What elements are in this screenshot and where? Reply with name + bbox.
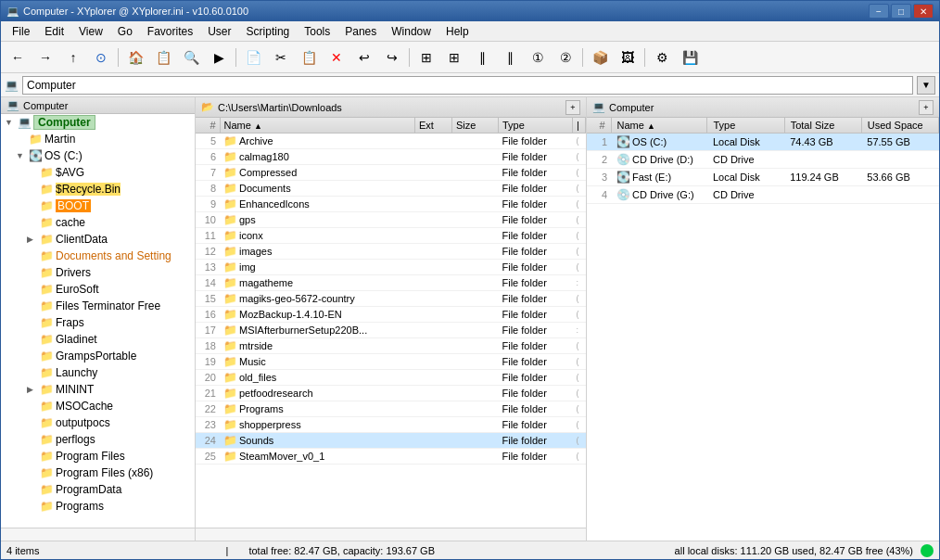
comp-col-name[interactable]: Name ▲ bbox=[611, 118, 707, 134]
play-button[interactable]: ▶ bbox=[206, 45, 232, 70]
file-row-5[interactable]: 10📁gpsFile folder( bbox=[196, 212, 586, 228]
tree-item-11[interactable]: 📁Files Terminator Free bbox=[1, 298, 195, 314]
file-row-1[interactable]: 6📁calmag180File folder( bbox=[196, 149, 586, 165]
cut-button[interactable]: ✂ bbox=[268, 45, 294, 70]
delete-button[interactable]: ✕ bbox=[324, 45, 349, 70]
tree-item-22[interactable]: 📁ProgramData bbox=[1, 481, 195, 498]
menu-item-edit[interactable]: Edit bbox=[37, 23, 71, 40]
file-row-19[interactable]: 24📁SoundsFile folder( bbox=[196, 433, 586, 449]
menu-item-help[interactable]: Help bbox=[438, 23, 476, 40]
file-row-18[interactable]: 23📁shopperpressFile folder( bbox=[196, 417, 586, 433]
pack-button[interactable]: 📦 bbox=[587, 45, 613, 70]
redo-button[interactable]: ↪ bbox=[379, 45, 405, 70]
tree-item-6[interactable]: 📁cache bbox=[1, 214, 195, 231]
view4-button[interactable]: ∥ bbox=[497, 45, 523, 70]
tree-item-17[interactable]: 📁MSOCache bbox=[1, 398, 195, 414]
refresh-button[interactable]: ⊙ bbox=[88, 45, 114, 70]
file-row-14[interactable]: 19📁MusicFile folder( bbox=[196, 354, 586, 370]
file-row-0[interactable]: 5📁ArchiveFile folder( bbox=[196, 134, 586, 149]
menu-item-scripting[interactable]: Scripting bbox=[239, 23, 298, 40]
file-row-8[interactable]: 13📁imgFile folder( bbox=[196, 260, 586, 275]
tree-item-16[interactable]: ▶📁MININT bbox=[1, 381, 195, 398]
file-row-12[interactable]: 17📁MSIAfterburnerSetup220B...File folder… bbox=[196, 323, 586, 338]
menu-item-view[interactable]: View bbox=[71, 23, 110, 40]
file-row-13[interactable]: 18📁mtrsideFile folder( bbox=[196, 338, 586, 354]
tree-item-23[interactable]: 📁Programs bbox=[1, 498, 195, 515]
tree-item-12[interactable]: 📁Fraps bbox=[1, 314, 195, 331]
minimize-button[interactable]: − bbox=[869, 4, 889, 19]
tree-item-8[interactable]: 📁Documents and Setting bbox=[1, 248, 195, 264]
comp-col-type[interactable]: Type bbox=[707, 118, 784, 134]
back-button[interactable]: ← bbox=[5, 45, 31, 70]
tree-item-4[interactable]: 📁$Recycle.Bin bbox=[1, 181, 195, 197]
tree-expand-7[interactable]: ▶ bbox=[27, 235, 38, 244]
menu-item-panes[interactable]: Panes bbox=[337, 23, 384, 40]
tree-item-15[interactable]: 📁Launchy bbox=[1, 364, 195, 381]
col-name-header[interactable]: Name ▲ bbox=[220, 118, 415, 134]
col-num-header[interactable]: # bbox=[196, 118, 220, 134]
comp-col-used[interactable]: Used Space bbox=[861, 118, 938, 134]
file-row-11[interactable]: 16📁MozBackup-1.4.10-ENFile folder( bbox=[196, 307, 586, 323]
menu-item-user[interactable]: User bbox=[200, 23, 238, 40]
tree-item-18[interactable]: 📁outputpocs bbox=[1, 414, 195, 431]
tree-item-5[interactable]: 📁BOOT bbox=[1, 197, 195, 214]
menu-item-go[interactable]: Go bbox=[110, 23, 140, 40]
drive-row-3[interactable]: 4💿CD Drive (G:)CD Drive bbox=[587, 186, 939, 204]
gallery-button[interactable]: 🖼 bbox=[615, 45, 641, 70]
file-row-20[interactable]: 25📁SteamMover_v0_1File folder( bbox=[196, 449, 586, 465]
file-row-15[interactable]: 20📁old_filesFile folder( bbox=[196, 370, 586, 386]
view1-button[interactable]: ⊞ bbox=[413, 45, 439, 70]
view2-button[interactable]: ⊞ bbox=[441, 45, 467, 70]
tree-item-3[interactable]: 📁$AVG bbox=[1, 164, 195, 181]
tree-expand-2[interactable]: ▼ bbox=[16, 151, 27, 160]
address-dropdown-button[interactable]: ▼ bbox=[917, 76, 935, 95]
new-button[interactable]: 📄 bbox=[240, 45, 266, 70]
tree-item-7[interactable]: ▶📁ClientData bbox=[1, 231, 195, 248]
forward-button[interactable]: → bbox=[32, 45, 58, 70]
tree-hscroll[interactable] bbox=[1, 528, 195, 541]
tree-item-14[interactable]: 📁GrampsPortable bbox=[1, 348, 195, 364]
file-row-6[interactable]: 11📁iconxFile folder( bbox=[196, 228, 586, 244]
view5-button[interactable]: ① bbox=[525, 45, 551, 70]
up-button[interactable]: ↑ bbox=[60, 45, 86, 70]
tree-item-20[interactable]: 📁Program Files bbox=[1, 448, 195, 465]
home-button[interactable]: 🏠 bbox=[122, 45, 148, 70]
close-button[interactable]: ✕ bbox=[913, 4, 934, 19]
comp-col-num[interactable]: # bbox=[587, 118, 611, 134]
tree-item-9[interactable]: 📁Drivers bbox=[1, 264, 195, 281]
tree-item-13[interactable]: 📁Gladinet bbox=[1, 331, 195, 348]
file-row-10[interactable]: 15📁magiks-geo-5672-countryFile folder( bbox=[196, 291, 586, 307]
menu-item-tools[interactable]: Tools bbox=[297, 23, 337, 40]
file-row-9[interactable]: 14📁magathemeFile folder: bbox=[196, 275, 586, 291]
drive-row-1[interactable]: 2💿CD Drive (D:)CD Drive bbox=[587, 151, 939, 169]
col-type-header[interactable]: Type bbox=[499, 118, 573, 134]
file-row-3[interactable]: 8📁DocumentsFile folder( bbox=[196, 181, 586, 197]
col-ext-header[interactable]: Ext bbox=[415, 118, 452, 134]
find-button[interactable]: 🔍 bbox=[178, 45, 204, 70]
drive-row-0[interactable]: 1💽OS (C:)Local Disk74.43 GB57.55 GB bbox=[587, 134, 939, 151]
view6-button[interactable]: ② bbox=[553, 45, 578, 70]
maximize-button[interactable]: □ bbox=[891, 4, 911, 19]
files-hscroll[interactable] bbox=[196, 528, 586, 541]
address-input[interactable] bbox=[22, 76, 913, 95]
tree-item-21[interactable]: 📁Program Files (x86) bbox=[1, 465, 195, 481]
file-row-2[interactable]: 7📁CompressedFile folder( bbox=[196, 165, 586, 181]
tree-item-2[interactable]: ▼💽OS (C:) bbox=[1, 147, 195, 164]
save-button[interactable]: 💾 bbox=[677, 45, 703, 70]
copy-path-button[interactable]: 📋 bbox=[150, 45, 176, 70]
comp-col-total[interactable]: Total Size bbox=[784, 118, 861, 134]
tree-item-10[interactable]: 📁EuroSoft bbox=[1, 281, 195, 298]
computer-panel-add-btn[interactable]: + bbox=[919, 100, 934, 115]
menu-item-window[interactable]: Window bbox=[384, 23, 438, 40]
tree-item-0[interactable]: ▼💻Computer bbox=[1, 114, 195, 131]
file-row-17[interactable]: 22📁ProgramsFile folder( bbox=[196, 401, 586, 417]
files-panel-add-btn[interactable]: + bbox=[565, 100, 580, 115]
view3-button[interactable]: ∥ bbox=[469, 45, 495, 70]
tree-item-19[interactable]: 📁perflogs bbox=[1, 431, 195, 448]
tree-expand-16[interactable]: ▶ bbox=[27, 385, 38, 394]
tree-item-1[interactable]: 📁Martin bbox=[1, 131, 195, 147]
copy-button[interactable]: 📋 bbox=[296, 45, 322, 70]
file-row-7[interactable]: 12📁imagesFile folder( bbox=[196, 244, 586, 260]
undo-button[interactable]: ↩ bbox=[351, 45, 377, 70]
menu-item-file[interactable]: File bbox=[5, 23, 37, 40]
